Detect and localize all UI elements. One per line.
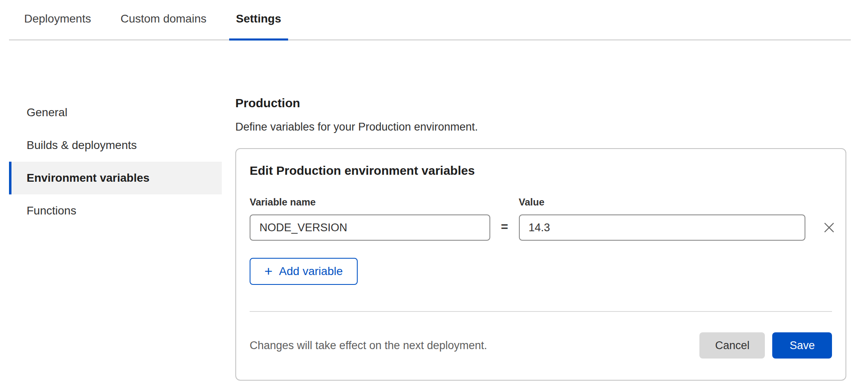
variable-row: Variable name = Value (250, 196, 832, 241)
settings-page: Deployments Custom domains Settings Gene… (0, 0, 868, 388)
section-description: Define variables for your Production env… (235, 121, 846, 133)
section-title: Production (235, 96, 846, 110)
variable-name-label: Variable name (250, 196, 490, 208)
add-variable-button[interactable]: + Add variable (250, 258, 358, 285)
tab-deployments[interactable]: Deployments (17, 0, 98, 39)
environment-variables-panel: Production Define variables for your Pro… (235, 96, 846, 381)
project-tab-bar: Deployments Custom domains Settings (9, 0, 851, 41)
card-title: Edit Production environment variables (250, 164, 832, 178)
cancel-button[interactable]: Cancel (699, 332, 765, 359)
settings-content: General Builds & deployments Environment… (0, 41, 868, 381)
variable-value-field-group: Value (519, 196, 805, 241)
variable-name-input[interactable] (250, 214, 490, 241)
tab-custom-domains[interactable]: Custom domains (113, 0, 213, 39)
sidebar-item-general[interactable]: General (9, 96, 222, 129)
equals-sign: = (501, 214, 508, 241)
plus-icon: + (264, 264, 273, 278)
footer-actions: Cancel Save (699, 332, 832, 359)
tab-settings[interactable]: Settings (229, 0, 288, 39)
variable-value-input[interactable] (519, 214, 805, 241)
edit-variables-card: Edit Production environment variables Va… (235, 148, 846, 381)
close-icon (823, 221, 835, 234)
add-variable-label: Add variable (279, 265, 343, 278)
remove-variable-button[interactable] (823, 214, 835, 241)
footer-note: Changes will take effect on the next dep… (250, 339, 487, 352)
save-button[interactable]: Save (772, 332, 832, 359)
card-footer: Changes will take effect on the next dep… (250, 312, 832, 380)
variable-name-field-group: Variable name (250, 196, 490, 241)
sidebar-item-functions[interactable]: Functions (9, 194, 222, 227)
sidebar-item-builds-deployments[interactable]: Builds & deployments (9, 129, 222, 162)
variable-value-label: Value (519, 196, 805, 208)
sidebar-item-environment-variables[interactable]: Environment variables (9, 162, 222, 194)
settings-sidebar: General Builds & deployments Environment… (9, 96, 222, 381)
